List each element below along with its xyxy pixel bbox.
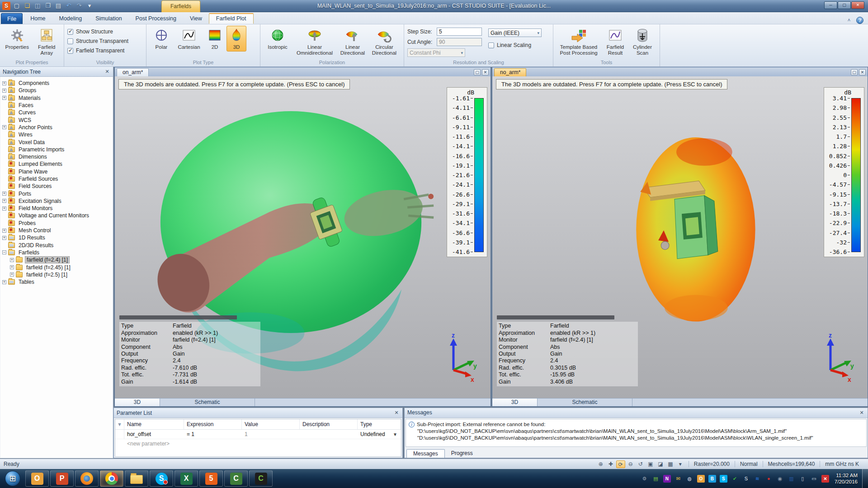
cartesian-button[interactable]: Cartesian	[175, 26, 203, 52]
no-arm-3d-view[interactable]: The 3D models are outdated. Press F7 for…	[492, 76, 868, 398]
ribbon-tab-post-processing[interactable]: Post Processing	[129, 13, 183, 24]
tree-item-parametric-imports[interactable]: Parametric Imports	[0, 146, 113, 153]
column-header-value[interactable]: Value	[242, 419, 300, 429]
view-cube-icon[interactable]: ▦	[666, 460, 675, 468]
farfield-transparent-checkbox[interactable]	[67, 48, 73, 54]
qat-print-icon[interactable]: ▤	[54, 2, 62, 10]
close-icon[interactable]: ✕	[859, 410, 865, 416]
close-icon[interactable]: ✕	[859, 69, 866, 75]
column-header-name[interactable]: Name	[124, 419, 184, 429]
expander-icon[interactable]: +	[2, 206, 6, 211]
tree-item-excitation-signals[interactable]: +Excitation Signals	[0, 197, 113, 205]
tab-schematic[interactable]: Schematic	[538, 399, 632, 406]
ribbon-tab-view[interactable]: View	[183, 13, 209, 24]
qat-copy-icon[interactable]: ❐	[44, 2, 52, 10]
minimize-button[interactable]: ─	[824, 1, 837, 9]
tree-item-plane-wave[interactable]: Plane Wave	[0, 168, 113, 175]
properties-button[interactable]: Properties	[3, 26, 31, 52]
expander-icon[interactable]: +	[2, 81, 6, 85]
expander-icon[interactable]: +	[2, 192, 6, 196]
qat-more-icon[interactable]: ▾	[85, 2, 94, 10]
expander-icon[interactable]: +	[2, 199, 6, 203]
column-header-description[interactable]: Description	[300, 419, 358, 429]
tree-item-voltage-and-current-monitors[interactable]: Voltage and Current Monitors	[0, 212, 113, 219]
tree-item-2d-3d-results[interactable]: 2D/3D Results	[0, 242, 113, 249]
ribbon-tab-modeling[interactable]: Modeling	[52, 13, 89, 24]
tree-item-ports[interactable]: +Ports	[0, 190, 113, 197]
tab-progress[interactable]: Progress	[445, 449, 479, 458]
ribbon-tab-file[interactable]: File	[1, 13, 23, 24]
expander-icon[interactable]: +	[2, 96, 6, 100]
ribbon-tab-farfield-plot[interactable]: Farfield Plot	[209, 13, 254, 24]
isotropic-button[interactable]: Isotropic	[264, 26, 292, 52]
farfield-result-button[interactable]: Farfield Result	[603, 26, 628, 57]
clipping-icon[interactable]: ◪	[656, 460, 665, 468]
taskbar-file-explorer[interactable]	[125, 470, 148, 487]
2d-button[interactable]: 2D	[205, 26, 225, 52]
rotate-icon[interactable]: ⟳	[616, 460, 625, 468]
tree-item-farfields[interactable]: −Farfields	[0, 249, 113, 256]
taskbar-camtasia-recorder[interactable]: C	[249, 470, 273, 487]
sync-icon[interactable]: S	[742, 475, 750, 483]
zoom-select-icon[interactable]: ⊖	[626, 460, 635, 468]
on-arm-3d-view[interactable]: The 3D models are outdated. Press F7 for…	[115, 76, 491, 398]
display-icon[interactable]: ▭	[810, 475, 818, 483]
search-chat-icon[interactable]: ◉	[776, 475, 784, 483]
tree-item-materials[interactable]: +Materials	[0, 94, 113, 102]
taskbar-chrome[interactable]	[100, 470, 123, 487]
tree-item-anchor-points[interactable]: +Anchor Points	[0, 124, 113, 131]
taskbar-clock[interactable]: 11:32 AM 7/20/2016	[835, 472, 858, 485]
qat-open-folder-icon[interactable]: ❏	[23, 2, 31, 10]
tree-item-tables[interactable]: +Tables	[0, 278, 113, 286]
expander-icon[interactable]: +	[10, 272, 14, 277]
taskbar-start-orb[interactable]: ⊞	[1, 470, 24, 487]
tree-item-farfield-f-2-45-1[interactable]: +farfield (f=2.45) [1]	[0, 263, 113, 271]
expander-icon[interactable]: +	[2, 280, 6, 284]
safely-remove-icon[interactable]: ✔	[731, 475, 739, 483]
security-alert-icon[interactable]: ●	[765, 475, 773, 483]
template-based-post-processing-button[interactable]: Template Based Post Processing	[557, 26, 601, 57]
power-plug-icon[interactable]: ▯	[799, 475, 807, 483]
collapse-ribbon-icon[interactable]: ˄	[845, 17, 853, 24]
tree-item-lumped-elements[interactable]: Lumped Elements	[0, 160, 113, 168]
linear-omnidirectional-button[interactable]: Linear Omnidirectional	[293, 26, 336, 57]
spin-icon[interactable]: ↺	[636, 460, 645, 468]
close-button[interactable]: ✕	[851, 1, 864, 9]
expander-icon[interactable]: +	[10, 265, 14, 269]
contextual-tab-group-farfields[interactable]: Farfields	[161, 0, 200, 12]
settings-gear-icon[interactable]: ⚙	[641, 475, 648, 483]
tree-item-components[interactable]: +Components	[0, 80, 113, 87]
maximize-icon[interactable]: ▢	[851, 69, 858, 75]
tab-messages[interactable]: Messages	[406, 449, 445, 458]
taskbar-powerpoint[interactable]: P	[50, 470, 74, 487]
column-header-expression[interactable]: Expression	[184, 419, 242, 429]
help-icon[interactable]: ?	[856, 17, 863, 24]
new-parameter-row[interactable]: <new parameter>	[115, 439, 401, 447]
qat-cst-logo-icon[interactable]: S	[2, 2, 10, 10]
taskbar-outlook[interactable]: O	[25, 470, 49, 487]
show-desktop-button[interactable]	[862, 469, 868, 488]
zoom-in-icon[interactable]: ⊕	[596, 460, 605, 468]
plot-mode-dropdown[interactable]: Gain (IEEE)▾	[488, 28, 542, 37]
pan-icon[interactable]: ✚	[606, 460, 615, 468]
linear-scaling-checkbox[interactable]	[488, 42, 494, 48]
tree-item-farfield-f-2-4-1[interactable]: +farfield (f=2.4) [1]	[0, 256, 113, 263]
tab-3d[interactable]: 3D	[492, 399, 538, 406]
skype-tray-icon[interactable]: S	[720, 475, 727, 483]
mail-icon[interactable]: ✉	[675, 475, 682, 483]
maximize-button[interactable]: ▢	[838, 1, 851, 9]
tree-item-farfield-sources[interactable]: Farfield Sources	[0, 175, 113, 183]
qat-redo-icon[interactable]: ↷	[75, 2, 83, 10]
expander-icon[interactable]: +	[2, 236, 6, 240]
expander-icon[interactable]: +	[10, 258, 14, 262]
expander-icon[interactable]: +	[2, 89, 6, 93]
qat-undo-icon[interactable]: ↶	[65, 2, 73, 10]
circular-directional-button[interactable]: Circular Directional	[369, 26, 399, 57]
tree-item-field-sources[interactable]: Field Sources	[0, 183, 113, 190]
tree-item-mesh-control[interactable]: +Mesh Control	[0, 227, 113, 234]
dictionary-icon[interactable]: ▥	[788, 475, 795, 483]
tab-no-arm[interactable]: no_arm*	[494, 68, 526, 76]
cylinder-scan-button[interactable]: Cylinder Scan	[630, 26, 655, 57]
tree-item-farfield-f-2-5-1[interactable]: +farfield (f=2.5) [1]	[0, 271, 113, 278]
tree-item-field-monitors[interactable]: +Field Monitors	[0, 205, 113, 212]
